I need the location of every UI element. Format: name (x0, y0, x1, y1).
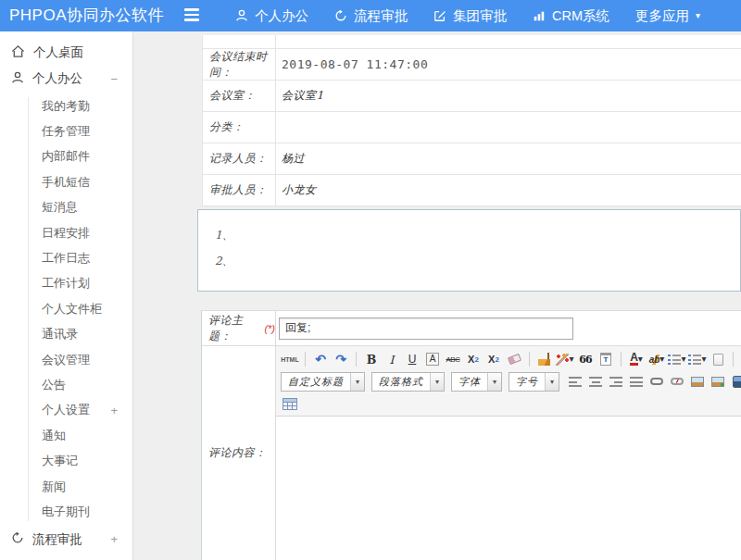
sidebar-item-work-log[interactable]: 工作日志 (0, 245, 132, 270)
paragraph-format-select[interactable]: 段落格式▾ (371, 372, 445, 392)
sidebar-submenu: 我的考勤 任务管理 内部邮件 手机短信 短消息 日程安排 工作日志 工作计划 个… (0, 92, 132, 527)
nav-group-approval[interactable]: 集团审批 (421, 0, 520, 31)
sidebar-item-label: 我的考勤 (42, 98, 90, 115)
field-value: 小龙女 (282, 182, 317, 198)
sidebar-item-label: 电子期刊 (42, 504, 90, 520)
comment-subject-input[interactable] (279, 317, 573, 340)
sidebar-item-schedule[interactable]: 日程安排 (0, 220, 132, 245)
insert-image-icon[interactable] (688, 373, 707, 391)
redo-icon[interactable]: ↷ (332, 351, 350, 368)
insert-link-icon[interactable] (647, 373, 666, 391)
font-color-a-glyph: A (630, 353, 638, 366)
justify-icon[interactable] (627, 373, 646, 391)
format-brush-icon[interactable] (535, 351, 554, 368)
font-color-icon[interactable]: A▾ (627, 351, 646, 368)
html-source-button[interactable]: HTML (281, 351, 299, 368)
expand-plus-icon[interactable]: + (110, 532, 118, 546)
align-right-icon[interactable] (607, 373, 625, 391)
eraser-icon[interactable] (505, 351, 523, 368)
sidebar-item-label: 个人文件柜 (42, 301, 102, 317)
sidebar-item-internal-mail[interactable]: 内部邮件 (0, 144, 132, 169)
expand-plus-icon[interactable]: + (110, 404, 118, 417)
italic-icon[interactable]: I (383, 351, 401, 368)
sidebar-item-personal-file-cabinet[interactable]: 个人文件柜 (0, 296, 132, 321)
person-icon (235, 9, 248, 22)
select-label: 段落格式 (372, 375, 430, 389)
sidebar-item-label: 公告 (42, 377, 66, 393)
undo-icon[interactable]: ↶ (311, 351, 330, 368)
auto-format-wand-icon[interactable]: ▾ (556, 351, 574, 368)
blockquote-icon[interactable]: 66 (576, 351, 595, 368)
sidebar-item-label: 日程安排 (42, 225, 90, 242)
nav-workflow-approval[interactable]: 流程审批 (321, 0, 421, 31)
sidebar-item-personal-desktop[interactable]: 个人桌面 (0, 40, 132, 66)
toolbar-separator (305, 352, 306, 367)
toolbar-separator (356, 352, 357, 367)
nav-personal-office[interactable]: 个人办公 (222, 0, 321, 31)
field-label: 会议室： (209, 88, 256, 104)
content-line: 2、 (215, 248, 740, 274)
align-center-icon[interactable] (586, 373, 605, 391)
nav-label: 集团审批 (453, 7, 507, 25)
ordered-list-icon[interactable]: ▾ (668, 351, 686, 368)
highlight-color-icon[interactable]: ab▾ (647, 351, 666, 368)
upload-image-icon[interactable] (709, 373, 727, 391)
character-border-icon[interactable]: A (423, 351, 442, 368)
editor-content-area[interactable] (276, 417, 741, 560)
sub-base: X (488, 354, 495, 365)
insert-table-icon[interactable] (281, 395, 299, 413)
app-title: PHPOA协同办公软件 (9, 0, 164, 31)
table-row-meeting-room: 会议室： 会议室1 (203, 81, 741, 112)
paste-icon[interactable]: T (597, 351, 615, 368)
subscript-icon[interactable]: X2 (484, 351, 503, 368)
remove-link-icon[interactable] (668, 373, 686, 391)
cycle-arrow-icon (334, 9, 347, 22)
nav-label: 更多应用 (635, 7, 689, 25)
boxed-a-glyph: A (426, 353, 439, 366)
align-left-icon[interactable] (566, 373, 584, 391)
select-label: 字号 (509, 375, 545, 389)
sidebar-item-personal-office[interactable]: 个人办公 − (0, 66, 132, 92)
sidebar-item-label: 个人桌面 (33, 44, 83, 61)
comment-form: 评论主题： (*) 评论内容： HTML ↶ ↷ B I U A (201, 310, 741, 560)
font-size-select[interactable]: 字号▾ (509, 372, 559, 392)
new-page-icon[interactable] (709, 351, 727, 368)
bold-icon[interactable]: B (362, 351, 381, 368)
custom-heading-select[interactable]: 自定义标题▾ (281, 372, 365, 392)
sidebar-item-notice[interactable]: 通知 (0, 423, 132, 448)
sidebar-item-my-attendance[interactable]: 我的考勤 (0, 93, 132, 118)
strikethrough-icon[interactable]: ABC (444, 351, 462, 368)
nav-label: 个人办公 (255, 7, 308, 25)
sidebar-item-sms[interactable]: 手机短信 (0, 169, 132, 194)
sidebar-item-e-journal[interactable]: 电子期刊 (0, 499, 132, 524)
sup-mark: 2 (474, 355, 478, 364)
collapse-minus-icon[interactable]: − (110, 72, 118, 86)
hamburger-menu-icon[interactable] (184, 8, 200, 23)
sidebar-item-short-message[interactable]: 短消息 (0, 195, 132, 220)
sidebar-item-announcement[interactable]: 公告 (0, 372, 132, 397)
table-row (203, 35, 741, 49)
superscript-icon[interactable]: X2 (464, 351, 483, 368)
sidebar-item-news[interactable]: 新闻 (0, 474, 132, 499)
insert-media-icon[interactable] (729, 373, 741, 391)
sidebar-item-major-events[interactable]: 大事记 (0, 448, 132, 473)
sidebar-item-personal-settings[interactable]: 个人设置+ (0, 398, 132, 423)
nav-crm-system[interactable]: CRM系统 (520, 0, 622, 31)
caret-down-icon: ▾ (681, 355, 685, 364)
sidebar-item-label: 流程审批 (32, 531, 82, 548)
sidebar-item-meeting-management[interactable]: 会议管理 (0, 347, 132, 372)
font-family-select[interactable]: 字体▾ (451, 372, 502, 392)
sidebar-item-label: 通知 (42, 428, 66, 444)
sidebar: 个人桌面 个人办公 − 我的考勤 任务管理 内部邮件 手机短信 短消息 日程安排… (0, 31, 133, 560)
unordered-list-icon[interactable]: ▾ (688, 351, 707, 368)
field-label: 记录人员： (209, 151, 268, 167)
editor-toolbar: HTML ↶ ↷ B I U A ABC X2 X2 ▾ 66 (276, 346, 741, 417)
sidebar-item-work-plan[interactable]: 工作计划 (0, 271, 132, 296)
nav-more-apps[interactable]: 更多应用 ▾ (622, 0, 713, 31)
sidebar-item-workflow-approval[interactable]: 流程审批 + (0, 527, 132, 553)
underline-icon[interactable]: U (403, 351, 421, 368)
sidebar-item-label: 内部邮件 (42, 148, 90, 165)
sidebar-item-contacts[interactable]: 通讯录 (0, 322, 132, 347)
sidebar-item-task-management[interactable]: 任务管理 (0, 118, 132, 143)
toolbar-row-1: HTML ↶ ↷ B I U A ABC X2 X2 ▾ 66 (280, 348, 737, 370)
